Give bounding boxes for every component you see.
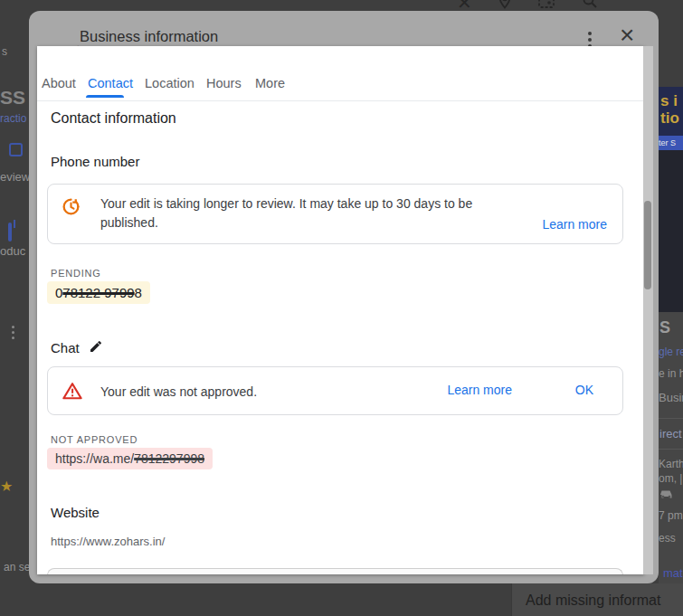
phone-number-label: Phone number	[51, 154, 139, 169]
bg-left-fragment: oduc	[0, 244, 25, 258]
bg-bottomleft-fragment: an se	[4, 561, 30, 573]
bg-directions-fragment: irect	[659, 427, 682, 441]
bg-divider	[659, 418, 683, 419]
ok-button[interactable]: OK	[575, 383, 593, 397]
scrollbar-thumb[interactable]	[644, 201, 651, 289]
add-missing-info-label: Add missing informat	[526, 592, 660, 609]
business-information-dialog: ← Business information × About Contact L…	[29, 11, 659, 583]
struck-chat-digits: 7812297998	[134, 451, 204, 466]
not-approved-notice-card: Your edit was not approved. Learn more O…	[47, 366, 623, 415]
bg-kebab-icon	[12, 326, 14, 339]
bg-info-link-fragment: mati	[663, 566, 683, 580]
contact-panel: About Contact Location Hours More Contac…	[37, 46, 644, 574]
tabs-divider	[37, 100, 644, 101]
next-card-partial	[47, 568, 623, 574]
bg-share-icon	[8, 223, 12, 242]
learn-more-link[interactable]: Learn more	[542, 217, 607, 232]
bg-business-photo: s i tio	[659, 87, 683, 136]
bg-right-fragment: Karth	[659, 458, 683, 470]
bg-review-link-fragment: gle re	[659, 346, 683, 358]
contact-information-heading: Contact information	[51, 110, 176, 127]
bg-left-fragment: eview	[0, 170, 30, 184]
bg-save-icon	[9, 143, 23, 156]
scrollbar-track[interactable]	[643, 46, 653, 574]
bg-star-icon: ★	[0, 478, 13, 495]
tab-more[interactable]: More	[255, 76, 285, 90]
not-approved-status-label: NOT APPROVED	[51, 434, 138, 445]
active-tab-indicator	[86, 95, 124, 98]
close-icon[interactable]: ×	[620, 23, 634, 48]
chat-label: Chat	[51, 340, 80, 355]
learn-more-link[interactable]: Learn more	[447, 383, 512, 397]
website-label: Website	[51, 505, 100, 520]
bg-divider	[659, 449, 683, 450]
warning-triangle-icon	[62, 382, 82, 400]
tab-contact[interactable]: Contact	[88, 76, 133, 90]
pending-review-notice-card: Your edit is taking longer to review. It…	[47, 184, 623, 244]
tab-about[interactable]: About	[42, 76, 76, 90]
not-approved-notice-text: Your edit was not approved.	[100, 383, 257, 402]
bg-photo-caption: ter S	[659, 136, 683, 150]
bg-right-fragment: om, |	[659, 472, 682, 485]
struck-phone-digits: 78122 9799	[62, 285, 134, 300]
bg-car-icon	[659, 488, 675, 499]
tab-location[interactable]: Location	[145, 76, 194, 90]
bg-hours-fragment: 7 pm	[659, 509, 683, 522]
pending-phone-value: 078122 97998	[47, 281, 150, 304]
bg-left-fragment: s	[2, 45, 7, 58]
bg-suggest-edit-panel: Add missing informat	[511, 583, 683, 616]
edit-pencil-icon[interactable]	[89, 339, 103, 354]
bg-business-name-fragment: S	[659, 318, 670, 337]
bg-right-fragment: ess	[659, 532, 676, 545]
bg-right-fragment: e in h	[659, 367, 683, 380]
pending-clock-icon	[62, 197, 81, 216]
dialog-title: Business information	[80, 28, 218, 45]
tab-hours[interactable]: Hours	[206, 76, 242, 90]
not-approved-chat-value: https://wa.me/7812297998	[47, 448, 213, 469]
bg-right-fragment: Busin	[659, 391, 683, 404]
website-value: https://www.zohars.in/	[51, 535, 165, 548]
bg-left-link-fragment: ractio	[0, 112, 26, 125]
pending-status-label: PENDING	[51, 268, 101, 279]
bg-photo-dark	[659, 150, 683, 312]
pending-notice-text: Your edit is taking longer to review. It…	[100, 194, 533, 232]
dialog-header: ← Business information ×	[29, 11, 659, 50]
